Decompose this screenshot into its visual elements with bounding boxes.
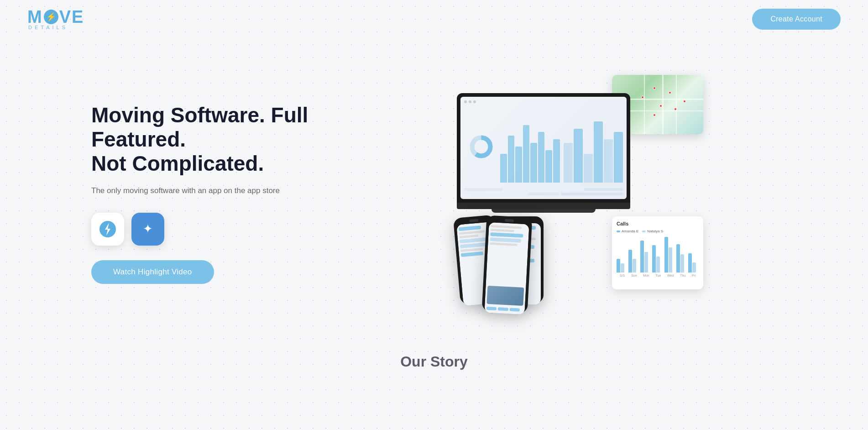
legend-item-1: Amanda E [617, 229, 638, 233]
legend-item-2: Natalya S [642, 229, 663, 233]
call-bar [640, 241, 644, 273]
hero-right: Calls Amanda E Natalya S [329, 66, 822, 321]
map-road [644, 75, 645, 134]
legend-dot-1 [617, 231, 620, 232]
app-icons-row: ✦ [91, 213, 329, 246]
bottom-section-hint: Our Story [0, 340, 868, 375]
calls-chart-overlay: Calls Amanda E Natalya S [612, 216, 703, 289]
map-road [662, 75, 664, 134]
phone-screen-3 [484, 222, 529, 315]
data-rows [464, 188, 623, 191]
phone-ui-bar [459, 225, 481, 231]
bar-group [652, 245, 663, 273]
call-bar [652, 245, 656, 273]
call-bar [656, 257, 660, 273]
map-pin [674, 108, 677, 110]
phone-ui-bar [490, 237, 521, 243]
hero-section: Moving Software. Full Featured. Not Comp… [0, 38, 868, 340]
header: M ⚡ VE DETAILS Create Account [0, 0, 868, 38]
create-account-button[interactable]: Create Account [752, 9, 841, 30]
app-store-icon[interactable]: ✦ [131, 213, 164, 246]
logo-details: DETAILS [28, 25, 68, 30]
data-rows-2 [464, 193, 623, 195]
app-store-symbol: ✦ [139, 220, 157, 238]
bar-group [676, 244, 687, 273]
x-label: Mon [643, 274, 649, 277]
hero-title: Moving Software. Full Featured. Not Comp… [91, 103, 329, 176]
nav-dot [473, 100, 476, 103]
phone-camera [505, 219, 514, 222]
logo: M ⚡ VE DETAILS [27, 8, 84, 30]
map-pin [641, 96, 644, 99]
laptop-screen [457, 93, 630, 203]
phone-text [491, 225, 522, 229]
x-label: Tue [656, 274, 661, 277]
call-bar [664, 237, 668, 273]
pie-chart [469, 134, 494, 159]
phone-action-btn [498, 307, 508, 311]
nav-dot [464, 100, 467, 103]
laptop-mockup [457, 93, 630, 212]
phone-text [459, 235, 478, 239]
call-bar [676, 244, 680, 273]
calls-legend: Amanda E Natalya S [617, 229, 699, 233]
devices-container: Calls Amanda E Natalya S [448, 75, 703, 312]
x-label: Wed [667, 274, 674, 277]
bar-chart-2 [564, 109, 623, 184]
nav-dot [469, 100, 471, 103]
logo-bolt-icon: ⚡ [44, 10, 58, 24]
map-pin [659, 105, 662, 107]
bar-group [640, 241, 651, 273]
watch-video-button[interactable]: Watch Highlight Video [91, 260, 214, 284]
bar-group [664, 237, 675, 273]
phone-text [459, 230, 485, 235]
hero-subtitle: The only moving software with an app on … [91, 185, 329, 197]
bar-group [617, 259, 627, 273]
laptop-screen-inner [460, 97, 627, 199]
phone-action-btn [509, 308, 520, 311]
call-bar [680, 254, 684, 273]
legend-dot-2 [642, 231, 646, 232]
call-bar [669, 247, 672, 273]
bar-chart [500, 109, 560, 184]
screen-charts [464, 109, 623, 184]
call-bar [644, 252, 648, 273]
call-bar [688, 253, 692, 273]
x-label: Sun [631, 274, 637, 277]
screen-top-bar [464, 100, 623, 107]
phone-content [484, 222, 529, 315]
x-axis-labels: S/S Sun Mon Tue Wed Thu Fri [617, 274, 699, 277]
phone-text [491, 229, 514, 232]
svg-text:✦: ✦ [143, 222, 153, 236]
x-label: Fri [692, 274, 695, 277]
move-app-icon[interactable] [91, 213, 124, 246]
laptop-screen-content [460, 97, 627, 199]
map-pin [653, 114, 656, 116]
bolt-icon [99, 221, 116, 237]
phone-mockup-3 [482, 215, 533, 314]
bar-group [628, 250, 639, 273]
phone-image-block [486, 286, 524, 306]
phone-action-btn [486, 307, 497, 310]
calls-bar-chart [617, 236, 699, 273]
map-pin [669, 91, 671, 94]
hero-left: Moving Software. Full Featured. Not Comp… [91, 103, 329, 284]
logo-move: M [27, 8, 43, 26]
phone-camera [469, 219, 478, 222]
phone-ui-bar [490, 232, 523, 238]
laptop-stand [492, 209, 596, 213]
call-bar [617, 259, 620, 273]
bar-group [688, 253, 699, 273]
call-bar [633, 259, 636, 273]
laptop-base [457, 203, 630, 209]
call-bar [621, 263, 624, 273]
call-bar [628, 250, 632, 273]
call-bar [692, 262, 696, 273]
x-label: Thu [680, 274, 685, 277]
map-pin [683, 100, 686, 103]
x-label: S/S [620, 274, 625, 277]
map-pin [653, 87, 656, 89]
map-road [676, 75, 677, 134]
logo-text: M ⚡ VE [27, 8, 84, 26]
phone-ui-bar [461, 252, 484, 257]
